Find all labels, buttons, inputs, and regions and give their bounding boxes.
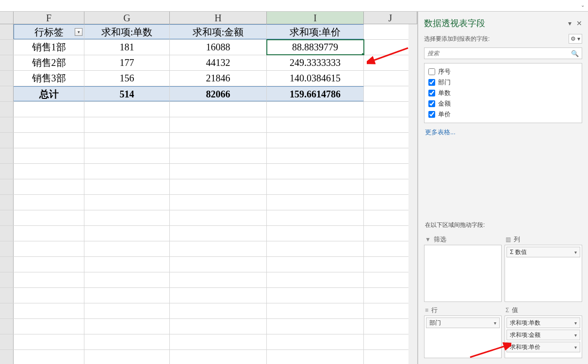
col-header-I[interactable]: I [267, 12, 364, 24]
empty-cell[interactable] [267, 257, 364, 272]
col-header-G[interactable]: G [84, 12, 170, 24]
empty-cell[interactable] [84, 272, 170, 287]
empty-cell[interactable] [267, 288, 364, 303]
empty-cell[interactable] [170, 210, 267, 225]
empty-cell[interactable] [84, 257, 170, 272]
pivot-cell[interactable]: 177 [84, 55, 170, 70]
row-header[interactable] [0, 55, 14, 70]
pivot-cell[interactable]: 140.0384615 [267, 71, 364, 86]
empty-cell[interactable] [170, 257, 267, 272]
row-header[interactable] [0, 334, 14, 349]
field-checkbox[interactable] [428, 111, 435, 118]
search-icon[interactable]: 🔍 [571, 50, 579, 57]
empty-cell[interactable] [170, 272, 267, 287]
empty-cell[interactable] [267, 102, 364, 117]
select-all-corner[interactable] [0, 12, 14, 24]
formula-bar[interactable]: ⌄ [0, 0, 588, 12]
pivot-cell[interactable]: 249.3333333 [267, 55, 364, 70]
empty-cell[interactable] [14, 210, 84, 225]
empty-cell[interactable] [267, 319, 364, 334]
field-item[interactable]: 部门 [428, 77, 578, 88]
empty-cell[interactable] [170, 117, 267, 132]
area-columns[interactable]: ▥列 Σ 数值▾ [505, 234, 582, 302]
field-item[interactable]: 单数 [428, 88, 578, 98]
pivot-col-i-header[interactable]: 求和项:单价 [267, 24, 364, 39]
empty-cell[interactable] [14, 241, 84, 256]
empty-cell[interactable] [14, 148, 84, 163]
empty-cell[interactable] [267, 148, 364, 163]
area-chip[interactable]: 部门▾ [426, 317, 500, 328]
empty-cell[interactable] [84, 210, 170, 225]
field-checkbox[interactable] [428, 100, 435, 107]
empty-cell[interactable] [84, 148, 170, 163]
empty-cell[interactable] [84, 117, 170, 132]
empty-cell[interactable] [14, 288, 84, 303]
field-checkbox[interactable] [428, 68, 435, 75]
empty-cell[interactable] [84, 319, 170, 334]
row-header[interactable] [0, 86, 14, 101]
field-item[interactable]: 序号 [428, 66, 578, 77]
chevron-down-icon[interactable]: ▾ [494, 320, 496, 326]
empty-cell[interactable] [267, 117, 364, 132]
selected-cell[interactable]: 88.8839779 [267, 40, 364, 55]
empty-cell[interactable] [84, 241, 170, 256]
area-filter[interactable]: ▼筛选 [424, 234, 502, 302]
pane-close-icon[interactable]: ✕ [576, 19, 582, 27]
field-item[interactable]: 单价 [428, 109, 578, 120]
pivot-total-label[interactable]: 总计 [14, 86, 84, 101]
col-header-F[interactable]: F [14, 12, 84, 24]
empty-cell[interactable] [170, 334, 267, 349]
empty-cell[interactable] [14, 195, 84, 210]
area-filter-body[interactable] [424, 245, 502, 302]
empty-cell[interactable] [170, 319, 267, 334]
chevron-down-icon[interactable]: ▾ [574, 332, 577, 338]
empty-cell[interactable] [14, 350, 84, 364]
area-chip[interactable]: 求和项:单价▾ [506, 342, 580, 352]
pivot-cell[interactable]: 181 [84, 40, 170, 55]
empty-cell[interactable] [14, 334, 84, 349]
chevron-down-icon[interactable]: ▾ [574, 320, 577, 326]
pivot-total-cell[interactable]: 159.6614786 [267, 86, 364, 101]
chevron-down-icon[interactable]: ▾ [574, 250, 577, 255]
row-header[interactable] [0, 241, 14, 256]
area-columns-body[interactable]: Σ 数值▾ [505, 245, 582, 302]
empty-cell[interactable] [84, 102, 170, 117]
empty-cell[interactable] [170, 102, 267, 117]
empty-cell[interactable] [170, 164, 267, 179]
more-tables-link[interactable]: 更多表格... [418, 123, 588, 142]
empty-cell[interactable] [170, 288, 267, 303]
empty-cell[interactable] [170, 195, 267, 210]
empty-cell[interactable] [267, 241, 364, 256]
empty-cell[interactable] [84, 195, 170, 210]
empty-cell[interactable] [267, 195, 364, 210]
row-header[interactable] [0, 133, 14, 148]
empty-cell[interactable] [267, 210, 364, 225]
empty-cell[interactable] [84, 334, 170, 349]
row-header[interactable] [0, 288, 14, 303]
empty-cell[interactable] [170, 148, 267, 163]
empty-cell[interactable] [14, 102, 84, 117]
empty-cell[interactable] [14, 319, 84, 334]
empty-cell[interactable] [14, 179, 84, 194]
empty-cell[interactable] [84, 226, 170, 241]
area-values-body[interactable]: 求和项:单数▾ 求和项:金额▾ 求和项:单价▾ [505, 316, 582, 358]
empty-cell[interactable] [267, 133, 364, 148]
empty-cell[interactable] [84, 350, 170, 364]
row-header[interactable] [0, 164, 14, 179]
area-chip[interactable]: 求和项:单数▾ [506, 317, 580, 328]
row-header[interactable] [0, 195, 14, 210]
empty-cell[interactable] [14, 133, 84, 148]
row-header[interactable] [0, 24, 14, 39]
empty-cell[interactable] [84, 288, 170, 303]
field-checkbox[interactable] [428, 90, 435, 96]
empty-cell[interactable] [14, 257, 84, 272]
empty-cell[interactable] [84, 133, 170, 148]
pivot-col-h-header[interactable]: 求和项:金额 [170, 24, 267, 39]
row-header[interactable] [0, 257, 14, 272]
pivot-rowlabel-header[interactable]: 行标签 ▾ [14, 24, 84, 39]
area-values[interactable]: Σ值 求和项:单数▾ 求和项:金额▾ 求和项:单价▾ [505, 305, 582, 358]
col-header-H[interactable]: H [170, 12, 267, 24]
row-header[interactable] [0, 319, 14, 334]
empty-cell[interactable] [14, 272, 84, 287]
area-rows[interactable]: ≡行 部门▾ [424, 305, 502, 358]
